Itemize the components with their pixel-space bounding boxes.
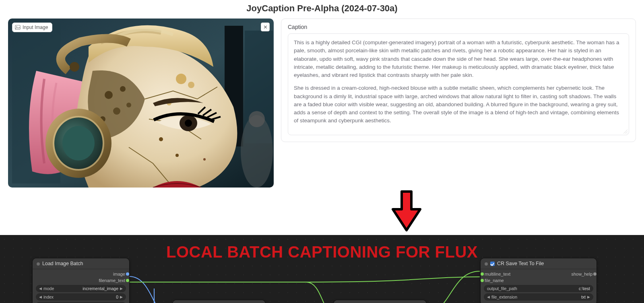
io-row-multiline-showhelp[interactable]: multiline_textshow_help: [483, 271, 594, 277]
svg-point-6: [105, 91, 113, 99]
arrow-down-icon: [390, 189, 423, 233]
widget-value: c:\test: [517, 286, 591, 291]
node-cr-save-text-to-file[interactable]: CR Save Text To File multiline_textshow_…: [480, 258, 597, 303]
svg-point-15: [175, 154, 179, 157]
chevron-left-icon[interactable]: ◀: [38, 295, 43, 299]
svg-point-8: [113, 107, 120, 115]
port-label: multiline_text: [485, 272, 510, 276]
node-joy-caption[interactable]: Joy_caption joy_pipelineSTRING image A d…: [172, 300, 266, 303]
caption-textbox[interactable]: This is a highly detailed CGI (computer-…: [288, 33, 629, 135]
caption-text-p1: This is a highly detailed CGI (computer-…: [294, 39, 623, 79]
clear-image-button[interactable]: ✕: [261, 23, 270, 31]
input-image-button-label: Input Image: [23, 25, 48, 30]
port-label: show_help: [571, 272, 592, 276]
node-text-concatenate[interactable]: Text Concatenate text_aSTRING text_b tex…: [333, 300, 427, 303]
port-label: image: [113, 272, 125, 276]
node-header[interactable]: CR Save Text To File: [481, 258, 597, 269]
port-dot-icon[interactable]: [126, 279, 129, 282]
widget-value: txt: [517, 295, 586, 299]
caption-label: Caption: [288, 24, 629, 30]
page-title: JoyCaption Pre-Alpha (2024-07-30a): [8, 0, 636, 19]
widget-label: file_extension: [491, 295, 517, 299]
node-title: CR Save Text To File: [497, 261, 544, 266]
widget-index[interactable]: ◀index0▶: [36, 293, 126, 301]
port-label: filename_text: [99, 278, 125, 283]
widget-mode[interactable]: ◀modeincremental_image▶: [36, 285, 126, 292]
svg-point-7: [120, 86, 126, 92]
svg-point-12: [188, 82, 194, 88]
port-dot-icon[interactable]: [126, 272, 129, 276]
widget-output-path[interactable]: output_file_pathc:\test: [484, 285, 593, 292]
input-image-preview: [8, 19, 274, 188]
svg-point-25: [16, 26, 17, 27]
output-port-filename-text[interactable]: filename_text: [35, 277, 127, 284]
caption-panel: Caption This is a highly detailed CGI (c…: [281, 19, 636, 142]
widget-value: 0: [54, 295, 119, 299]
widget-label: mode: [43, 286, 54, 291]
widget-label: output_file_path: [486, 286, 517, 291]
caption-text-p2: She is dressed in a cream-colored, high-…: [294, 84, 623, 125]
node-load-image-batch[interactable]: Load Image Batch image filename_text ◀mo…: [32, 258, 130, 303]
svg-point-5: [249, 111, 265, 127]
checkbox-icon[interactable]: [490, 262, 495, 266]
port-dot-icon[interactable]: [481, 279, 484, 282]
input-image-button[interactable]: Input Image: [12, 23, 52, 32]
node-graph-canvas[interactable]: LOCAL BATCH CAPTIONING FOR FLUX Load Ima…: [0, 235, 644, 303]
widget-value: incremental_image: [54, 286, 119, 291]
resize-handle-icon[interactable]: [623, 130, 627, 134]
node-header[interactable]: Load Image Batch: [33, 258, 129, 269]
node-header[interactable]: Joy_caption: [173, 300, 265, 303]
chevron-right-icon[interactable]: ▶: [119, 295, 124, 299]
chevron-right-icon[interactable]: ▶: [586, 295, 591, 299]
svg-point-11: [176, 74, 186, 84]
svg-point-9: [126, 103, 131, 107]
close-icon: ✕: [263, 24, 268, 30]
chevron-left-icon[interactable]: ◀: [38, 287, 43, 291]
svg-point-14: [159, 137, 163, 141]
collapse-dot-icon[interactable]: [37, 262, 40, 266]
input-image-panel[interactable]: Input Image ✕: [8, 19, 274, 188]
svg-point-21: [62, 126, 95, 161]
svg-point-17: [185, 120, 192, 127]
node-header[interactable]: Text Concatenate: [334, 300, 426, 303]
chevron-right-icon[interactable]: ▶: [119, 287, 124, 291]
port-dot-icon[interactable]: [481, 272, 484, 276]
chevron-left-icon[interactable]: ◀: [486, 295, 491, 299]
widget-file-extension[interactable]: ◀file_extensiontxt▶: [484, 293, 593, 301]
node-title: Load Image Batch: [42, 261, 83, 266]
port-dot-icon[interactable]: [593, 272, 597, 276]
svg-point-23: [70, 62, 79, 72]
image-icon: [15, 25, 21, 30]
port-label: file_name: [485, 278, 504, 283]
input-port-file-name[interactable]: file_name: [483, 277, 594, 284]
widget-label: index: [43, 295, 54, 299]
collapse-dot-icon[interactable]: [485, 262, 488, 266]
output-port-image[interactable]: image: [35, 271, 127, 277]
svg-point-18: [203, 158, 206, 161]
down-arrow-graphic: [177, 189, 636, 235]
